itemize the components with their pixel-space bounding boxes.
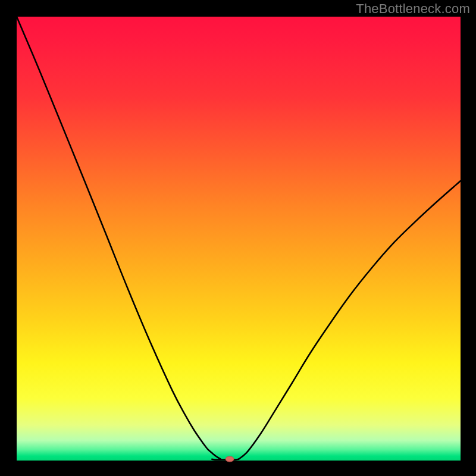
attribution-label: TheBottleneck.com — [356, 1, 470, 17]
plot-area — [17, 17, 461, 461]
curve-layer — [17, 17, 461, 461]
optimum-marker — [226, 456, 234, 462]
chart-frame: TheBottleneck.com — [0, 0, 476, 476]
curve-left-branch — [17, 17, 221, 459]
curve-right-branch — [239, 181, 461, 459]
